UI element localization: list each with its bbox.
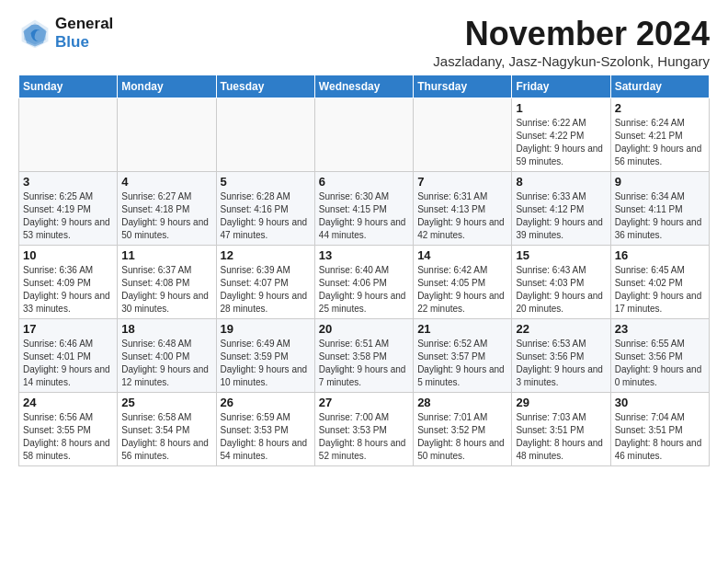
day-info: Sunrise: 6:40 AM Sunset: 4:06 PM Dayligh…: [319, 264, 409, 316]
calendar-table: Sunday Monday Tuesday Wednesday Thursday…: [18, 75, 710, 466]
day-number: 24: [23, 396, 113, 409]
day-number: 6: [319, 175, 409, 189]
day-cell: 20Sunrise: 6:51 AM Sunset: 3:58 PM Dayli…: [314, 319, 413, 393]
month-title: November 2024: [433, 15, 710, 53]
day-info: Sunrise: 6:37 AM Sunset: 4:08 PM Dayligh…: [121, 264, 211, 316]
day-cell: 4Sunrise: 6:27 AM Sunset: 4:18 PM Daylig…: [118, 172, 216, 246]
day-number: 28: [417, 396, 507, 409]
week-row-3: 10Sunrise: 6:36 AM Sunset: 4:09 PM Dayli…: [19, 246, 710, 319]
day-cell: 27Sunrise: 7:00 AM Sunset: 3:53 PM Dayli…: [314, 393, 413, 466]
col-monday: Monday: [118, 75, 216, 98]
col-wednesday: Wednesday: [314, 75, 413, 98]
day-number: 23: [615, 322, 705, 336]
week-row-4: 17Sunrise: 6:46 AM Sunset: 4:01 PM Dayli…: [19, 319, 710, 393]
day-info: Sunrise: 6:55 AM Sunset: 3:56 PM Dayligh…: [615, 338, 705, 389]
day-cell: 15Sunrise: 6:43 AM Sunset: 4:03 PM Dayli…: [512, 246, 610, 319]
day-cell: 21Sunrise: 6:52 AM Sunset: 3:57 PM Dayli…: [414, 319, 512, 393]
day-info: Sunrise: 6:46 AM Sunset: 4:01 PM Dayligh…: [23, 338, 113, 389]
day-cell: [414, 98, 512, 172]
day-cell: 26Sunrise: 6:59 AM Sunset: 3:53 PM Dayli…: [216, 393, 314, 466]
day-cell: 3Sunrise: 6:25 AM Sunset: 4:19 PM Daylig…: [19, 172, 118, 246]
day-cell: 6Sunrise: 6:30 AM Sunset: 4:15 PM Daylig…: [314, 172, 413, 246]
day-cell: 13Sunrise: 6:40 AM Sunset: 4:06 PM Dayli…: [314, 246, 413, 319]
day-cell: 22Sunrise: 6:53 AM Sunset: 3:56 PM Dayli…: [512, 319, 610, 393]
day-cell: 5Sunrise: 6:28 AM Sunset: 4:16 PM Daylig…: [216, 172, 314, 246]
day-cell: [216, 98, 314, 172]
day-number: 22: [516, 322, 606, 336]
day-number: 16: [615, 248, 705, 262]
day-info: Sunrise: 6:28 AM Sunset: 4:16 PM Dayligh…: [221, 190, 311, 242]
day-cell: 11Sunrise: 6:37 AM Sunset: 4:08 PM Dayli…: [118, 246, 216, 319]
subtitle: Jaszladany, Jasz-Nagykun-Szolonk, Hungar…: [433, 53, 710, 69]
day-number: 21: [417, 322, 507, 336]
day-info: Sunrise: 7:00 AM Sunset: 3:53 PM Dayligh…: [319, 411, 409, 463]
day-info: Sunrise: 6:42 AM Sunset: 4:05 PM Dayligh…: [417, 264, 507, 316]
day-info: Sunrise: 6:43 AM Sunset: 4:03 PM Dayligh…: [516, 264, 606, 316]
day-number: 11: [121, 248, 211, 262]
day-number: 27: [319, 396, 409, 409]
day-cell: 2Sunrise: 6:24 AM Sunset: 4:21 PM Daylig…: [610, 98, 709, 172]
day-number: 8: [516, 175, 606, 189]
col-saturday: Saturday: [610, 75, 709, 98]
day-info: Sunrise: 6:31 AM Sunset: 4:13 PM Dayligh…: [417, 190, 507, 242]
day-info: Sunrise: 6:36 AM Sunset: 4:09 PM Dayligh…: [23, 264, 113, 316]
page: General Blue November 2024 Jaszladany, J…: [0, 0, 728, 476]
week-row-2: 3Sunrise: 6:25 AM Sunset: 4:19 PM Daylig…: [19, 172, 710, 246]
day-info: Sunrise: 7:03 AM Sunset: 3:51 PM Dayligh…: [516, 411, 606, 463]
day-number: 7: [417, 175, 507, 189]
col-friday: Friday: [512, 75, 610, 98]
col-thursday: Thursday: [414, 75, 512, 98]
day-info: Sunrise: 7:01 AM Sunset: 3:52 PM Dayligh…: [417, 411, 507, 463]
day-number: 1: [516, 101, 606, 115]
day-info: Sunrise: 6:22 AM Sunset: 4:22 PM Dayligh…: [516, 117, 606, 168]
day-number: 29: [516, 396, 606, 409]
day-cell: 1Sunrise: 6:22 AM Sunset: 4:22 PM Daylig…: [512, 98, 610, 172]
day-number: 30: [615, 396, 705, 409]
day-info: Sunrise: 6:39 AM Sunset: 4:07 PM Dayligh…: [221, 264, 311, 316]
day-cell: [19, 98, 118, 172]
day-number: 25: [121, 396, 211, 409]
day-number: 20: [319, 322, 409, 336]
day-info: Sunrise: 6:52 AM Sunset: 3:57 PM Dayligh…: [417, 338, 507, 389]
day-cell: 17Sunrise: 6:46 AM Sunset: 4:01 PM Dayli…: [19, 319, 118, 393]
day-cell: 16Sunrise: 6:45 AM Sunset: 4:02 PM Dayli…: [610, 246, 709, 319]
header: General Blue November 2024 Jaszladany, J…: [18, 15, 710, 69]
day-cell: 9Sunrise: 6:34 AM Sunset: 4:11 PM Daylig…: [610, 172, 709, 246]
day-number: 10: [23, 248, 113, 262]
day-cell: 23Sunrise: 6:55 AM Sunset: 3:56 PM Dayli…: [610, 319, 709, 393]
day-number: 3: [23, 175, 113, 189]
day-info: Sunrise: 6:24 AM Sunset: 4:21 PM Dayligh…: [615, 117, 705, 168]
day-info: Sunrise: 6:45 AM Sunset: 4:02 PM Dayligh…: [615, 264, 705, 316]
day-cell: 24Sunrise: 6:56 AM Sunset: 3:55 PM Dayli…: [19, 393, 118, 466]
col-tuesday: Tuesday: [216, 75, 314, 98]
day-cell: 30Sunrise: 7:04 AM Sunset: 3:51 PM Dayli…: [610, 393, 709, 466]
day-info: Sunrise: 6:51 AM Sunset: 3:58 PM Dayligh…: [319, 338, 409, 389]
day-cell: 29Sunrise: 7:03 AM Sunset: 3:51 PM Dayli…: [512, 393, 610, 466]
day-number: 15: [516, 248, 606, 262]
header-row: Sunday Monday Tuesday Wednesday Thursday…: [19, 75, 710, 98]
logo: General Blue: [18, 15, 113, 51]
day-info: Sunrise: 6:30 AM Sunset: 4:15 PM Dayligh…: [319, 190, 409, 242]
week-row-1: 1Sunrise: 6:22 AM Sunset: 4:22 PM Daylig…: [19, 98, 710, 172]
day-number: 18: [121, 322, 211, 336]
day-number: 12: [221, 248, 311, 262]
day-cell: 7Sunrise: 6:31 AM Sunset: 4:13 PM Daylig…: [414, 172, 512, 246]
logo-icon: [18, 17, 51, 50]
day-number: 5: [221, 175, 311, 189]
day-info: Sunrise: 6:25 AM Sunset: 4:19 PM Dayligh…: [23, 190, 113, 242]
day-cell: [314, 98, 413, 172]
day-info: Sunrise: 6:27 AM Sunset: 4:18 PM Dayligh…: [121, 190, 211, 242]
day-number: 4: [121, 175, 211, 189]
day-cell: 14Sunrise: 6:42 AM Sunset: 4:05 PM Dayli…: [414, 246, 512, 319]
day-cell: [118, 98, 216, 172]
day-number: 17: [23, 322, 113, 336]
logo-text: General Blue: [55, 15, 113, 51]
day-cell: 19Sunrise: 6:49 AM Sunset: 3:59 PM Dayli…: [216, 319, 314, 393]
day-cell: 18Sunrise: 6:48 AM Sunset: 4:00 PM Dayli…: [118, 319, 216, 393]
day-number: 13: [319, 248, 409, 262]
day-number: 9: [615, 175, 705, 189]
day-info: Sunrise: 7:04 AM Sunset: 3:51 PM Dayligh…: [615, 411, 705, 463]
day-number: 2: [615, 101, 705, 115]
day-cell: 12Sunrise: 6:39 AM Sunset: 4:07 PM Dayli…: [216, 246, 314, 319]
week-row-5: 24Sunrise: 6:56 AM Sunset: 3:55 PM Dayli…: [19, 393, 710, 466]
